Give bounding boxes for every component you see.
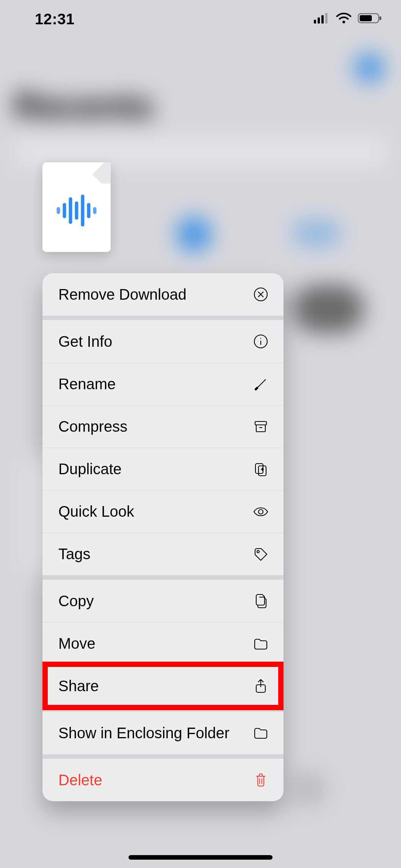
status-indicators	[314, 13, 382, 25]
menu-section: Get InfoRenameCompressDuplicateQuick Loo…	[42, 316, 284, 575]
menu-section: Show in Enclosing Folder	[42, 707, 284, 754]
context-menu: Remove DownloadGet InfoRenameCompressDup…	[42, 273, 284, 801]
menu-item-label: Tags	[58, 546, 91, 563]
status-time: 12:31	[35, 11, 75, 28]
menu-item-label: Rename	[58, 376, 116, 393]
menu-item-label: Compress	[58, 418, 127, 435]
menu-item-show-enclosing[interactable]: Show in Enclosing Folder	[42, 712, 284, 754]
file-thumbnail[interactable]	[42, 162, 111, 252]
menu-section: Delete	[42, 754, 284, 801]
menu-item-rename[interactable]: Rename	[42, 363, 284, 405]
menu-item-label: Remove Download	[58, 286, 186, 303]
menu-item-label: Share	[58, 678, 99, 695]
archive-icon	[252, 418, 269, 435]
share-icon	[252, 678, 269, 695]
menu-item-get-info[interactable]: Get Info	[42, 320, 284, 363]
tag-icon	[252, 546, 269, 563]
menu-item-remove-download[interactable]: Remove Download	[42, 273, 284, 316]
folder-icon	[252, 635, 269, 652]
menu-item-label: Move	[58, 635, 96, 652]
menu-item-label: Copy	[58, 593, 94, 610]
svg-rect-0	[314, 20, 316, 24]
svg-rect-3	[325, 13, 327, 24]
info-icon	[252, 333, 269, 350]
battery-icon	[358, 13, 382, 25]
menu-item-delete[interactable]: Delete	[42, 759, 284, 801]
svg-rect-7	[379, 16, 381, 20]
cellular-icon	[314, 13, 330, 25]
bg-shape	[293, 221, 340, 245]
menu-item-label: Show in Enclosing Folder	[58, 725, 229, 742]
wifi-icon	[336, 13, 352, 25]
menu-item-quick-look[interactable]: Quick Look	[42, 490, 284, 533]
audio-waveform-icon	[57, 195, 97, 226]
page-fold-icon	[89, 162, 111, 184]
svg-rect-1	[318, 17, 320, 24]
status-bar: 12:31	[0, 0, 401, 38]
menu-item-label: Duplicate	[58, 461, 122, 478]
menu-item-label: Delete	[58, 772, 102, 789]
doc-on-doc-icon	[252, 593, 269, 609]
bg-shape	[355, 54, 383, 82]
page-title-blurred: Recents	[14, 86, 154, 127]
folder-icon	[252, 725, 269, 741]
eye-icon	[252, 503, 269, 520]
menu-item-share[interactable]: Share	[42, 665, 284, 707]
svg-rect-6	[360, 15, 372, 21]
svg-rect-2	[321, 15, 324, 24]
menu-section: CopyMoveShare	[42, 575, 284, 707]
circle-x-icon	[252, 286, 269, 303]
bg-shape	[290, 771, 326, 807]
menu-item-label: Quick Look	[58, 503, 134, 520]
duplicate-icon	[252, 461, 269, 478]
svg-point-4	[343, 21, 345, 24]
bg-shape	[177, 217, 211, 251]
menu-item-duplicate[interactable]: Duplicate	[42, 448, 284, 490]
home-indicator[interactable]	[128, 855, 273, 860]
menu-section: Remove Download	[42, 273, 284, 316]
menu-item-tags[interactable]: Tags	[42, 533, 284, 575]
menu-item-copy[interactable]: Copy	[42, 580, 284, 622]
menu-item-move[interactable]: Move	[42, 622, 284, 665]
menu-item-label: Get Info	[58, 333, 112, 350]
menu-item-compress[interactable]: Compress	[42, 405, 284, 448]
trash-icon	[252, 772, 269, 788]
pencil-icon	[252, 376, 269, 393]
bg-shape	[293, 285, 364, 333]
